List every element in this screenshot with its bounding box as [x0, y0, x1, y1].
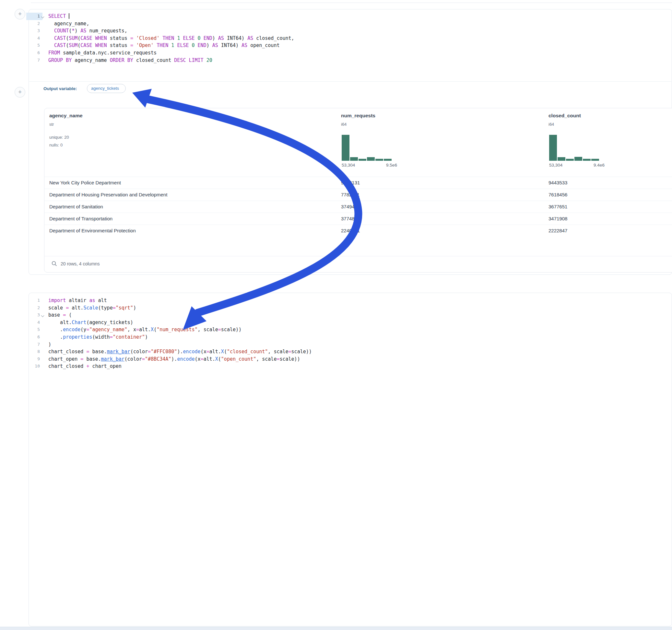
column-type: str: [49, 122, 54, 127]
sql-line-7[interactable]: 7GROUP BY agency_name ORDER BY closed_co…: [29, 57, 672, 64]
py-line-4[interactable]: 4 alt.Chart(agency_tickets): [29, 319, 672, 326]
code-text: FROM sample_data.nyc.service_requests: [48, 49, 157, 57]
line-number: 10: [29, 363, 40, 370]
sql-line-1[interactable]: 1SELECT: [29, 13, 672, 20]
table-row[interactable]: Department of Transportation377489234719…: [44, 213, 672, 225]
table-cell: 7618456: [549, 192, 567, 197]
line-number: 2: [29, 304, 40, 312]
histogram-bar: [359, 159, 366, 161]
histogram-bar: [350, 157, 358, 161]
python-code-editor[interactable]: 1import altair as alt2scale = alt.Scale(…: [29, 297, 672, 370]
column-type: i64: [549, 122, 554, 127]
code-text: agency_name,: [48, 20, 89, 28]
code-text: scale = alt.Scale(type="sqrt"): [48, 304, 136, 312]
py-line-9[interactable]: 9chart_open = base.mark_bar(color="#8BC3…: [29, 356, 672, 363]
line-number: 7: [29, 341, 40, 348]
fold-chevron-icon[interactable]: [41, 314, 44, 317]
code-text: SELECT: [48, 13, 69, 20]
code-text: import altair as alt: [48, 297, 107, 304]
add-cell-button-top[interactable]: +: [15, 9, 25, 20]
histogram-bar: [583, 159, 591, 161]
table-cell: 3749485: [341, 204, 360, 209]
line-number: 3: [29, 27, 40, 35]
sql-line-6[interactable]: 6FROM sample_data.nyc.service_requests: [29, 49, 672, 57]
line-number: 6: [29, 334, 40, 341]
histogram-bar: [549, 135, 557, 161]
column-name-agency_name: agency_name: [49, 113, 83, 119]
table-cell: 3471908: [549, 216, 567, 221]
py-line-7[interactable]: 7): [29, 341, 672, 348]
column-histogram: [549, 135, 600, 161]
column-name-num_requests: num_requests: [341, 113, 376, 119]
py-line-1[interactable]: 1import altair as alt: [29, 297, 672, 304]
histogram-min-label: 53,304: [342, 163, 355, 168]
histogram-bar: [566, 159, 574, 161]
code-text: CAST(SUM(CASE WHEN status = 'Open' THEN …: [48, 42, 280, 49]
py-line-5[interactable]: 5 .encode(y="agency_name", x=alt.X("num_…: [29, 326, 672, 334]
table-cell: Department of Housing Preservation and D…: [49, 192, 167, 197]
search-icon[interactable]: [51, 261, 57, 266]
table-cell: New York City Police Department: [49, 180, 121, 185]
py-line-3[interactable]: 3base = (: [29, 311, 672, 319]
table-cell: Department of Environmental Protection: [49, 228, 136, 233]
line-number: 3: [29, 311, 40, 319]
py-line-10[interactable]: 10chart_closed + chart_open: [29, 363, 672, 370]
table-cell: 9453131: [341, 180, 360, 185]
sql-code-editor[interactable]: 1SELECT 2 agency_name,3 COUNT(*) AS num_…: [29, 13, 672, 64]
line-number: 7: [29, 57, 40, 64]
code-text: .encode(y="agency_name", x=alt.X("num_re…: [48, 326, 241, 334]
next-cell-edge: [0, 627, 672, 630]
python-cell: 1import altair as alt2scale = alt.Scale(…: [28, 293, 672, 626]
column-stat: nulls: 0: [49, 143, 63, 147]
line-number: 4: [29, 35, 40, 42]
code-text: COUNT(*) AS num_requests,: [48, 27, 127, 35]
table-row[interactable]: Department of Environmental Protection22…: [44, 224, 672, 237]
sql-line-4[interactable]: 4 CAST(SUM(CASE WHEN status = 'Closed' T…: [29, 35, 672, 42]
sql-line-5[interactable]: 5 CAST(SUM(CASE WHEN status = 'Open' THE…: [29, 42, 672, 49]
line-number: 5: [29, 326, 40, 334]
result-table: agency_namestrunique: 20nulls: 0num_requ…: [44, 108, 672, 272]
line-number: 4: [29, 319, 40, 326]
code-text: chart_closed + chart_open: [48, 363, 122, 370]
table-row-count: 20 rows, 4 columns: [61, 261, 100, 266]
sql-line-3[interactable]: 3 COUNT(*) AS num_requests,: [29, 27, 672, 35]
table-cell: 2222847: [549, 228, 567, 233]
table-row[interactable]: Department of Sanitation37494853677651: [44, 201, 672, 213]
column-type: i64: [341, 122, 346, 127]
code-text: GROUP BY agency_name ORDER BY closed_cou…: [48, 57, 212, 64]
table-cell: 2240041: [341, 228, 360, 233]
line-number: 1: [29, 13, 40, 20]
column-stat: unique: 20: [49, 135, 69, 140]
output-variable-bar: Output variable: agency_tickets: [29, 81, 671, 96]
line-number: 6: [29, 49, 40, 57]
previous-cell-divider: [31, 3, 672, 3]
add-cell-button-middle[interactable]: +: [15, 87, 25, 98]
histogram-max-label: 9.5e6: [386, 163, 397, 168]
table-cell: 9443533: [549, 180, 567, 185]
py-line-8[interactable]: 8chart_closed = base.mark_bar(color="#FF…: [29, 348, 672, 356]
output-variable-pill[interactable]: agency_tickets: [87, 84, 126, 93]
line-number: 8: [29, 348, 40, 356]
table-row[interactable]: New York City Police Department945313194…: [44, 177, 672, 189]
py-line-6[interactable]: 6 .properties(width="container"): [29, 334, 672, 341]
histogram-bar: [367, 157, 375, 161]
column-name-closed_count: closed_count: [549, 113, 581, 119]
table-cell: Department of Sanitation: [49, 204, 103, 209]
notebook-canvas: + + 1SELECT 2 agency_name,3 COUNT(*) AS …: [0, 0, 672, 630]
sql-line-2[interactable]: 2 agency_name,: [29, 20, 672, 28]
line-number: 9: [29, 356, 40, 363]
line-number: 5: [29, 42, 40, 49]
histogram-bar: [384, 159, 391, 161]
code-text: .properties(width="container"): [48, 334, 148, 341]
table-cell: 7782211: [341, 192, 360, 197]
table-cell: Department of Transportation: [49, 216, 113, 221]
histogram-min-label: 53,304: [549, 163, 562, 168]
table-footer: 20 rows, 4 columns: [44, 256, 672, 272]
output-variable-label: Output variable:: [44, 86, 77, 91]
sql-cell: 1SELECT 2 agency_name,3 COUNT(*) AS num_…: [28, 9, 672, 275]
table-row[interactable]: Department of Housing Preservation and D…: [44, 189, 672, 201]
py-line-2[interactable]: 2scale = alt.Scale(type="sqrt"): [29, 304, 672, 312]
line-number: 1: [29, 297, 40, 304]
text-cursor: [69, 13, 69, 19]
histogram-bar: [574, 157, 582, 161]
